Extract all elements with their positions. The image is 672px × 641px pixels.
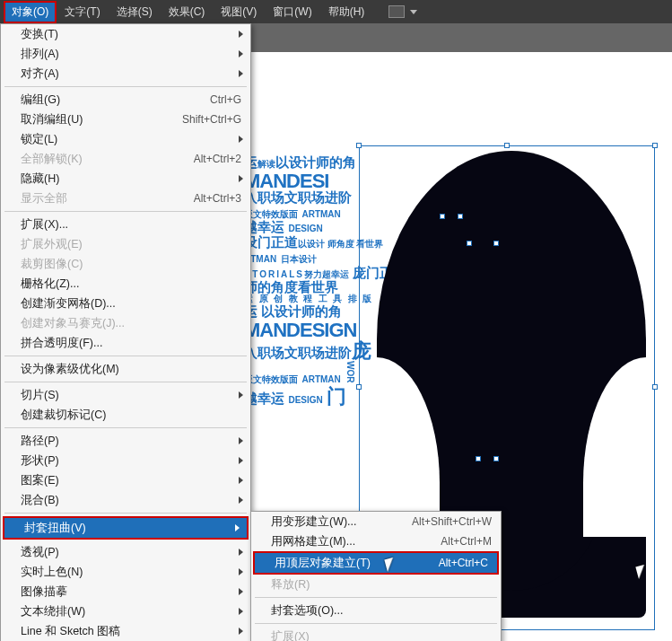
menu-item: 扩展外观(E): [1, 234, 250, 254]
menu-item[interactable]: 形状(P): [1, 451, 250, 470]
submenu-arrow-icon: [239, 391, 243, 399]
menu-help[interactable]: 帮助(H): [320, 1, 373, 23]
menu-item[interactable]: 实时上色(N): [1, 562, 250, 582]
submenu-item[interactable]: 用顶层对象建立(T)Alt+Ctrl+C: [255, 553, 497, 573]
menu-item[interactable]: 图案(E): [1, 470, 250, 490]
menu-item[interactable]: 隐藏(H): [1, 169, 250, 189]
menu-item-label: 文本绕排(W): [21, 604, 241, 619]
handle[interactable]: [504, 143, 510, 148]
menu-item-label: 取消编组(U): [21, 112, 182, 127]
menu-item[interactable]: 设为像素级优化(M): [1, 359, 250, 379]
menu-item[interactable]: 栅格化(Z)...: [1, 274, 250, 294]
submenu-arrow-icon: [239, 477, 243, 484]
submenu-arrow-icon: [239, 608, 243, 615]
menu-item-label: 图像描摹: [21, 584, 241, 600]
submenu-arrow-icon: [239, 628, 243, 635]
menu-item-label: 锁定(L): [21, 132, 241, 147]
shortcut: Alt+Ctrl+2: [194, 153, 241, 165]
menu-item[interactable]: 文本绕排(W): [1, 601, 250, 621]
menu-item: 显示全部Alt+Ctrl+3: [1, 189, 250, 208]
submenu-item[interactable]: 用网格建立(M)...Alt+Ctrl+M: [251, 531, 501, 551]
submenu-arrow-icon: [235, 524, 240, 531]
menu-item-label: 拼合透明度(F)...: [21, 336, 241, 351]
menu-item[interactable]: 扩展(X)...: [1, 215, 250, 234]
menu-text[interactable]: 文字(T): [57, 1, 108, 23]
menu-item[interactable]: 路径(P): [1, 431, 250, 451]
menu-item-label: 实时上色(N): [21, 565, 241, 580]
submenu-arrow-icon: [239, 588, 243, 595]
envelope-distort-submenu: 用变形建立(W)...Alt+Shift+Ctrl+W用网格建立(M)...Al…: [250, 511, 502, 641]
menu-item-label: 创建对象马赛克(J)...: [21, 316, 241, 331]
submenu-arrow-icon: [239, 70, 243, 77]
submenu-item-label: 用变形建立(W)...: [271, 514, 412, 530]
anchor[interactable]: [493, 241, 499, 246]
menu-item-label: 创建裁切标记(C): [21, 408, 241, 423]
menu-select[interactable]: 选择(S): [109, 1, 161, 23]
anchor[interactable]: [458, 214, 463, 219]
handle[interactable]: [356, 384, 362, 390]
menu-item: 裁剪图像(C): [1, 254, 250, 274]
menu-item-label: 形状(P): [21, 453, 241, 469]
menu-item-label: Line 和 Sketch 图稿: [21, 624, 241, 639]
shortcut: Alt+Ctrl+C: [439, 557, 488, 569]
menu-item[interactable]: 混合(B): [1, 490, 250, 510]
submenu-arrow-icon: [239, 496, 243, 504]
menu-item: 全部解锁(K)Alt+Ctrl+2: [1, 149, 250, 169]
submenu-arrow-icon: [239, 549, 243, 556]
anchor[interactable]: [493, 456, 499, 461]
menu-item-label: 混合(B): [21, 493, 241, 508]
menubar: 对象(O) 文字(T) 选择(S) 效果(C) 视图(V) 窗口(W) 帮助(H…: [0, 0, 672, 23]
handle[interactable]: [652, 143, 658, 148]
submenu-arrow-icon: [239, 136, 243, 143]
menu-item-label: 扩展外观(E): [21, 237, 241, 252]
submenu-item[interactable]: 用变形建立(W)...Alt+Shift+Ctrl+W: [251, 512, 501, 531]
submenu-item: 释放(R): [251, 575, 501, 594]
menu-object[interactable]: 对象(O): [4, 1, 57, 23]
menu-item-label: 切片(S): [21, 388, 241, 403]
menu-item[interactable]: Line 和 Sketch 图稿: [1, 621, 250, 641]
highlighted-menu-item[interactable]: 封套扭曲(V): [3, 516, 249, 540]
anchor[interactable]: [476, 456, 481, 461]
submenu-item[interactable]: 封套选项(O)...: [251, 601, 501, 620]
menu-item-label: 对齐(A): [21, 66, 241, 82]
menu-item[interactable]: 锁定(L): [1, 129, 250, 149]
menu-item[interactable]: 排列(A): [1, 44, 250, 64]
workspace-switcher[interactable]: [388, 5, 417, 18]
menu-item[interactable]: 创建裁切标记(C): [1, 405, 250, 425]
menu-item-label: 扩展(X)...: [21, 217, 241, 233]
submenu-item-label: 用网格建立(M)...: [271, 534, 441, 549]
menu-item[interactable]: 图像描摹: [1, 582, 250, 601]
submenu-item-label: 用顶层对象建立(T): [275, 556, 439, 571]
menu-item[interactable]: 透视(P): [1, 542, 250, 562]
menu-effect[interactable]: 效果(C): [161, 1, 214, 23]
menu-item[interactable]: 对齐(A): [1, 64, 250, 83]
handle[interactable]: [652, 384, 658, 390]
menu-item[interactable]: 切片(S): [1, 385, 250, 405]
menu-item[interactable]: 封套扭曲(V): [4, 518, 247, 538]
menu-view[interactable]: 视图(V): [213, 1, 265, 23]
menu-item[interactable]: 编组(G)Ctrl+G: [1, 90, 250, 110]
object-menu-dropdown: 变换(T)排列(A)对齐(A)编组(G)Ctrl+G取消编组(U)Shift+C…: [0, 23, 251, 641]
highlighted-submenu-item[interactable]: 用顶层对象建立(T)Alt+Ctrl+C: [253, 551, 499, 575]
menu-window[interactable]: 窗口(W): [265, 1, 319, 23]
submenu-arrow-icon: [239, 568, 243, 575]
menu-item[interactable]: 变换(T): [1, 24, 250, 44]
menu-item-label: 封套扭曲(V): [24, 521, 238, 536]
menu-item-label: 透视(P): [21, 545, 241, 560]
handle[interactable]: [356, 143, 362, 148]
menu-item[interactable]: 拼合透明度(F)...: [1, 333, 250, 353]
menu-item-label: 隐藏(H): [21, 171, 241, 187]
anchor[interactable]: [467, 241, 472, 246]
menu-item-label: 排列(A): [21, 47, 241, 62]
submenu-arrow-icon: [239, 457, 243, 464]
menu-item-label: 创建渐变网格(D)...: [21, 296, 241, 312]
menu-item-label: 设为像素级优化(M): [21, 362, 241, 377]
submenu-item-label: 释放(R): [271, 577, 492, 593]
shortcut: Shift+Ctrl+G: [182, 113, 241, 126]
chevron-down-icon: [410, 10, 417, 14]
submenu-arrow-icon: [239, 50, 243, 57]
menu-item[interactable]: 创建渐变网格(D)...: [1, 294, 250, 313]
menu-item[interactable]: 取消编组(U)Shift+Ctrl+G: [1, 110, 250, 129]
anchor[interactable]: [440, 214, 445, 219]
menu-item-label: 变换(T): [21, 27, 241, 42]
